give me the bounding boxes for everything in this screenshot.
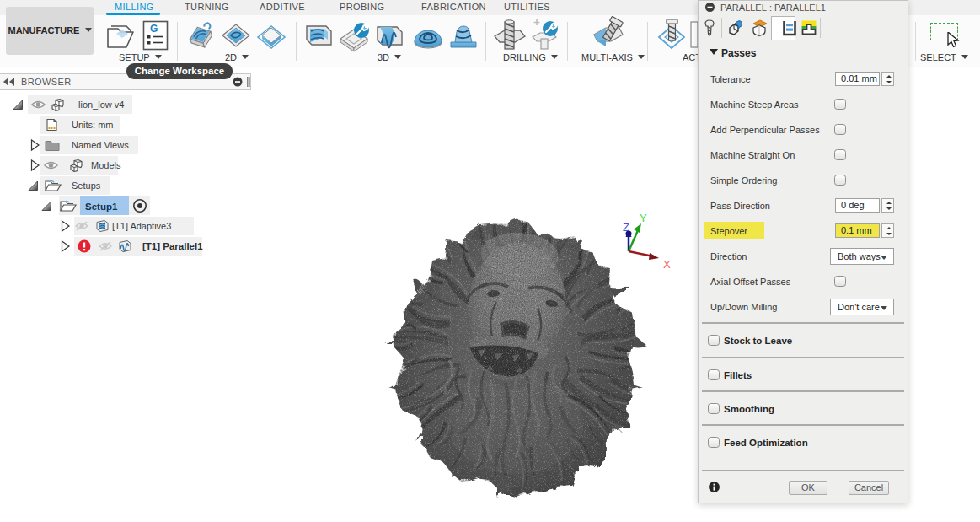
svg-text:[T1] Adaptive3: [T1] Adaptive3 xyxy=(112,221,171,231)
svg-text:Setup1: Setup1 xyxy=(85,202,118,212)
svg-text:X: X xyxy=(663,258,671,271)
svg-text:G: G xyxy=(150,23,158,35)
svg-text:Units: mm: Units: mm xyxy=(72,120,114,130)
svg-text:Z: Z xyxy=(623,221,629,234)
svg-text:Models: Models xyxy=(91,160,121,170)
svg-text:lion_low v4: lion_low v4 xyxy=(78,100,124,110)
svg-text:Y: Y xyxy=(640,212,647,224)
svg-text:[T1] Parallel1: [T1] Parallel1 xyxy=(142,241,203,251)
svg-text:Setups: Setups xyxy=(72,180,101,191)
svg-text:Named Views: Named Views xyxy=(72,140,129,150)
